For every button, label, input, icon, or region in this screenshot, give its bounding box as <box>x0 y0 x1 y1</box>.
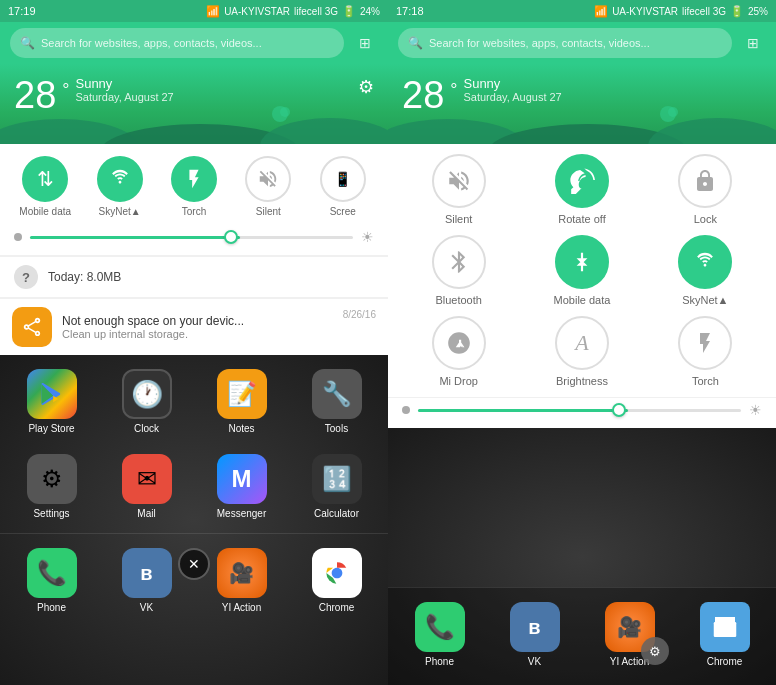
left-app-messenger[interactable]: M Messenger <box>194 448 289 525</box>
right-brightness-row: ☀ <box>388 397 776 428</box>
left-brightness-thumb[interactable] <box>224 230 238 244</box>
left-dock-phone-label: Phone <box>37 602 66 613</box>
left-condition: Sunny <box>75 76 173 91</box>
right-icon-phone: 📞 <box>415 602 465 652</box>
right-qs-grid: Silent Rotate off Lock <box>388 144 776 397</box>
svg-point-10 <box>668 107 678 117</box>
right-status-right: 📶 UA-KYIVSTAR lifecell 3G 🔋 25% <box>594 5 768 18</box>
toggle-silent-label: Silent <box>256 206 281 217</box>
left-icon-clock: 🕐 <box>122 369 172 419</box>
qs-torch[interactable]: Torch <box>649 316 762 387</box>
left-app-playstore[interactable]: Play Store <box>4 363 99 440</box>
right-dock-yiaction[interactable]: 🎥 ⚙ YI Action <box>582 596 677 673</box>
qs-silent[interactable]: Silent <box>402 154 515 225</box>
left-icon-yiaction: 🎥 <box>217 548 267 598</box>
left-degree: ° <box>62 80 69 101</box>
left-icon-notes: 📝 <box>217 369 267 419</box>
left-close-overlay: ✕ <box>178 548 210 580</box>
qs-brightness[interactable]: A Brightness <box>525 316 638 387</box>
toggle-silent-circle <box>245 156 291 202</box>
right-brightness-min <box>402 406 410 414</box>
left-data-usage: ? Today: 8.0MB <box>0 256 388 297</box>
right-search-placeholder: Search for websites, apps, contacts, vid… <box>429 37 650 49</box>
right-search-icon: 🔍 <box>408 36 423 50</box>
left-icon-mail: ✉ <box>122 454 172 504</box>
qs-lock[interactable]: Lock <box>649 154 762 225</box>
left-app-settings[interactable]: ⚙ Settings <box>4 448 99 525</box>
left-app-tools[interactable]: 🔧 Tools <box>289 363 384 440</box>
left-search-input[interactable]: 🔍 Search for websites, apps, contacts, v… <box>10 28 344 58</box>
qs-lock-circle <box>678 154 732 208</box>
right-brightness-thumb[interactable] <box>612 403 626 417</box>
right-time: 17:18 <box>396 5 424 17</box>
qs-midrop[interactable]: Mi Drop <box>402 316 515 387</box>
left-notif-sub: Clean up internal storage. <box>62 328 333 340</box>
qs-bluetooth-circle <box>432 235 486 289</box>
left-icon-messenger: M <box>217 454 267 504</box>
right-sun-icon: ☀ <box>749 402 762 418</box>
left-app-notes-label: Notes <box>228 423 254 434</box>
left-app-clock[interactable]: 🕐 Clock <box>99 363 194 440</box>
left-app-calculator[interactable]: 🔢 Calculator <box>289 448 384 525</box>
left-notif-time: 8/26/16 <box>343 309 376 320</box>
left-brightness-fill <box>30 236 240 239</box>
left-screen-btn[interactable]: ⊞ <box>352 30 378 56</box>
left-status-right: 📶 UA-KYIVSTAR lifecell 3G 🔋 24% <box>206 5 380 18</box>
left-weather-settings[interactable]: ⚙ <box>358 76 374 98</box>
qs-mobile-data-label: Mobile data <box>554 294 611 306</box>
left-app-notes[interactable]: 📝 Notes <box>194 363 289 440</box>
right-dock-phone[interactable]: 📞 Phone <box>392 596 487 673</box>
left-dock-vk-label: VK <box>140 602 153 613</box>
left-dock-phone[interactable]: 📞 Phone <box>4 542 99 619</box>
left-dock-chrome[interactable]: Chrome <box>289 542 384 619</box>
left-network: lifecell 3G <box>294 6 338 17</box>
right-screen-btn[interactable]: ⊞ <box>740 30 766 56</box>
left-app-grid-row1: Play Store 🕐 Clock 📝 Notes 🔧 Tools <box>0 355 388 448</box>
right-dock-chrome[interactable]: Chrome <box>677 596 772 673</box>
left-weather: 28 ° Sunny Saturday, August 27 ⚙ <box>0 64 388 144</box>
left-panel: 17:19 📶 UA-KYIVSTAR lifecell 3G 🔋 24% 🔍 … <box>0 0 388 685</box>
qs-lock-label: Lock <box>694 213 717 225</box>
qs-skynet[interactable]: SkyNet▲ <box>649 235 762 306</box>
toggle-torch[interactable]: Torch <box>164 156 224 217</box>
left-home-screen: Play Store 🕐 Clock 📝 Notes 🔧 Tools ⚙ Set… <box>0 355 388 685</box>
left-close-btn[interactable]: ✕ <box>178 548 210 580</box>
qs-mobile-data-circle <box>555 235 609 289</box>
toggle-torch-label: Torch <box>182 206 206 217</box>
left-app-calculator-label: Calculator <box>314 508 359 519</box>
toggle-skynet-label: SkyNet▲ <box>99 206 141 217</box>
left-icon-chrome <box>312 548 362 598</box>
qs-mobile-data[interactable]: Mobile data <box>525 235 638 306</box>
qs-skynet-circle <box>678 235 732 289</box>
toggle-screen-circle: 📱 <box>320 156 366 202</box>
toggle-skynet[interactable]: SkyNet▲ <box>90 156 150 217</box>
right-battery: 25% <box>748 6 768 17</box>
qs-rotate-off[interactable]: Rotate off <box>525 154 638 225</box>
right-icon-vk: в <box>510 602 560 652</box>
left-notif-icon <box>12 307 52 347</box>
right-dock: 📞 Phone в VK 🎥 ⚙ YI Action Chrome <box>388 587 776 685</box>
left-brightness-row: ☀ <box>0 225 388 255</box>
svg-rect-11 <box>713 622 736 637</box>
left-icon-phone: 📞 <box>27 548 77 598</box>
right-search-input[interactable]: 🔍 Search for websites, apps, contacts, v… <box>398 28 732 58</box>
toggle-screen[interactable]: 📱 Scree <box>313 156 373 217</box>
left-app-tools-label: Tools <box>325 423 348 434</box>
left-app-messenger-label: Messenger <box>217 508 266 519</box>
qs-brightness-circle: A <box>555 316 609 370</box>
toggle-silent[interactable]: Silent <box>238 156 298 217</box>
qs-silent-circle <box>432 154 486 208</box>
toggle-mobile-data[interactable]: ⇅ Mobile data <box>15 156 75 217</box>
right-dock-vk[interactable]: в VK <box>487 596 582 673</box>
qs-bluetooth[interactable]: Bluetooth <box>402 235 515 306</box>
right-settings-overlay: ⚙ <box>641 637 669 665</box>
right-dock-chrome-label: Chrome <box>707 656 743 667</box>
left-app-mail[interactable]: ✉ Mail <box>99 448 194 525</box>
right-dock-phone-label: Phone <box>425 656 454 667</box>
qs-skynet-label: SkyNet▲ <box>682 294 728 306</box>
left-brightness-track[interactable] <box>30 236 353 239</box>
right-brightness-track[interactable] <box>418 409 741 412</box>
toggle-skynet-circle <box>97 156 143 202</box>
left-app-clock-label: Clock <box>134 423 159 434</box>
left-notification[interactable]: Not enough space on your devic... Clean … <box>0 298 388 355</box>
